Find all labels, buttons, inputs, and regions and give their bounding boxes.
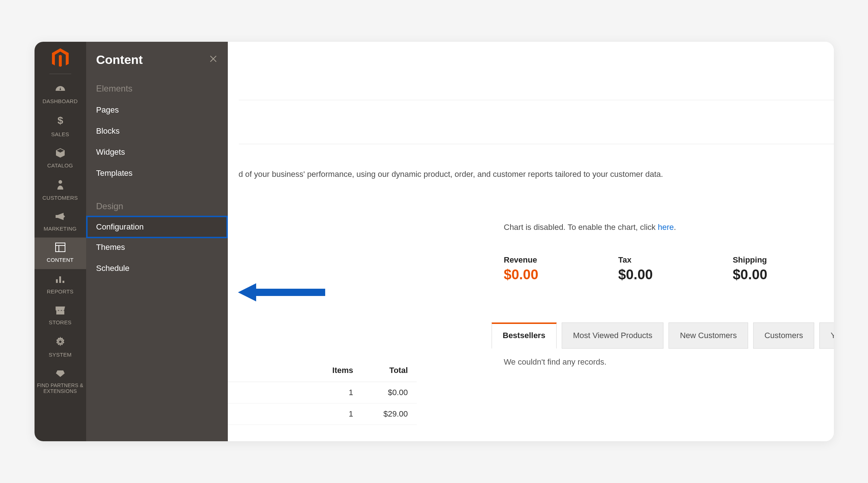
- sidebar-item-system[interactable]: SYSTEM: [35, 332, 86, 364]
- stat-label: Tax: [618, 255, 653, 265]
- dollar-icon: $: [57, 115, 64, 129]
- admin-sidebar: DASHBOARD $ SALES CATALOG CUSTOMERS MARK…: [35, 42, 86, 441]
- stats-row: Revenue $0.00 Tax $0.00 Shipping $0.00: [239, 243, 834, 283]
- sidebar-item-customers[interactable]: CUSTOMERS: [35, 174, 86, 206]
- flyout-item-templates[interactable]: Templates: [86, 163, 228, 184]
- gear-icon: [55, 337, 65, 349]
- enable-chart-link[interactable]: here: [658, 223, 674, 232]
- sidebar-item-label: CATALOG: [47, 162, 73, 169]
- table-cell-total: $29.00: [362, 403, 416, 425]
- admin-frame: DASHBOARD $ SALES CATALOG CUSTOMERS MARK…: [35, 42, 834, 441]
- table-header-items: Items: [312, 361, 362, 382]
- close-icon[interactable]: [209, 54, 218, 66]
- stat-label: Revenue: [504, 255, 538, 265]
- svg-marker-9: [238, 283, 325, 301]
- tab-bestsellers[interactable]: Bestsellers: [492, 322, 557, 349]
- table-cell-total: $0.00: [362, 382, 416, 403]
- sidebar-item-label: REPORTS: [47, 288, 74, 295]
- content-flyout: Content Elements Pages Blocks Widgets Te…: [86, 42, 228, 441]
- svg-point-1: [58, 180, 62, 184]
- svg-rect-5: [56, 279, 58, 283]
- sidebar-item-content[interactable]: CONTENT: [35, 238, 86, 269]
- sidebar-item-reports[interactable]: REPORTS: [35, 269, 86, 300]
- sidebar-item-label: MARKETING: [44, 226, 77, 232]
- flyout-item-pages[interactable]: Pages: [86, 100, 228, 121]
- table-cell-items: 1: [312, 382, 362, 403]
- person-icon: [57, 179, 64, 192]
- sidebar-item-dashboard[interactable]: DASHBOARD: [35, 79, 86, 110]
- flyout-item-configuration[interactable]: Configuration: [86, 216, 228, 238]
- sidebar-item-catalog[interactable]: CATALOG: [35, 143, 86, 174]
- box-icon: [55, 148, 65, 160]
- partners-icon: [55, 369, 65, 380]
- sidebar-item-label: STORES: [49, 319, 72, 325]
- sidebar-item-partners[interactable]: FIND PARTNERS & EXTENSIONS: [35, 364, 86, 400]
- megaphone-icon: [55, 212, 66, 223]
- svg-rect-6: [59, 276, 61, 283]
- flyout-item-widgets[interactable]: Widgets: [86, 142, 228, 163]
- business-info-text: d of your business' performance, using o…: [239, 144, 834, 186]
- stat-tax: Tax $0.00: [618, 255, 653, 283]
- sidebar-item-stores[interactable]: STORES: [35, 300, 86, 331]
- svg-rect-2: [56, 243, 65, 252]
- svg-text:$: $: [57, 115, 63, 126]
- flyout-title: Content: [96, 53, 143, 67]
- table-cell-items: 1: [312, 403, 362, 425]
- magento-logo-icon: [51, 48, 69, 69]
- sidebar-item-label: CUSTOMERS: [43, 195, 78, 201]
- storefront-icon: [55, 305, 66, 317]
- tab-most-viewed[interactable]: Most Viewed Products: [562, 322, 663, 349]
- flyout-item-schedule[interactable]: Schedule: [86, 258, 228, 279]
- annotation-arrow-icon: [238, 281, 325, 305]
- tab-new-customers[interactable]: New Customers: [669, 322, 748, 349]
- sidebar-item-label: DASHBOARD: [43, 98, 78, 104]
- tab-yotpo-reviews[interactable]: Yotpo Reviews: [819, 322, 833, 349]
- stat-shipping: Shipping $0.00: [733, 255, 767, 283]
- stat-label: Shipping: [733, 255, 767, 265]
- svg-rect-7: [62, 281, 64, 283]
- tab-customers[interactable]: Customers: [753, 322, 814, 349]
- stat-value: $0.00: [504, 266, 538, 283]
- sidebar-divider: [49, 74, 71, 74]
- sidebar-item-label: SALES: [51, 131, 69, 137]
- sidebar-item-marketing[interactable]: MARKETING: [35, 207, 86, 238]
- stat-revenue: Revenue $0.00: [504, 255, 538, 283]
- svg-point-8: [58, 340, 62, 344]
- sidebar-item-label: SYSTEM: [49, 352, 72, 358]
- layout-icon: [55, 243, 65, 255]
- sidebar-item-label: CONTENT: [47, 257, 74, 263]
- gauge-icon: [55, 84, 66, 96]
- chart-disabled-note: Chart is disabled. To enable the chart, …: [239, 186, 834, 243]
- flyout-group-design: Design: [86, 195, 228, 217]
- stat-value: $0.00: [733, 266, 767, 283]
- sidebar-item-label: FIND PARTNERS & EXTENSIONS: [36, 382, 85, 394]
- stat-value: $0.00: [618, 266, 653, 283]
- table-header-total: Total: [362, 361, 416, 382]
- sidebar-item-sales[interactable]: $ SALES: [35, 110, 86, 143]
- flyout-group-elements: Elements: [86, 77, 228, 100]
- flyout-item-blocks[interactable]: Blocks: [86, 121, 228, 142]
- dashboard-tabs: Bestsellers Most Viewed Products New Cus…: [239, 283, 834, 349]
- bar-chart-icon: [55, 274, 65, 286]
- flyout-item-themes[interactable]: Themes: [86, 237, 228, 258]
